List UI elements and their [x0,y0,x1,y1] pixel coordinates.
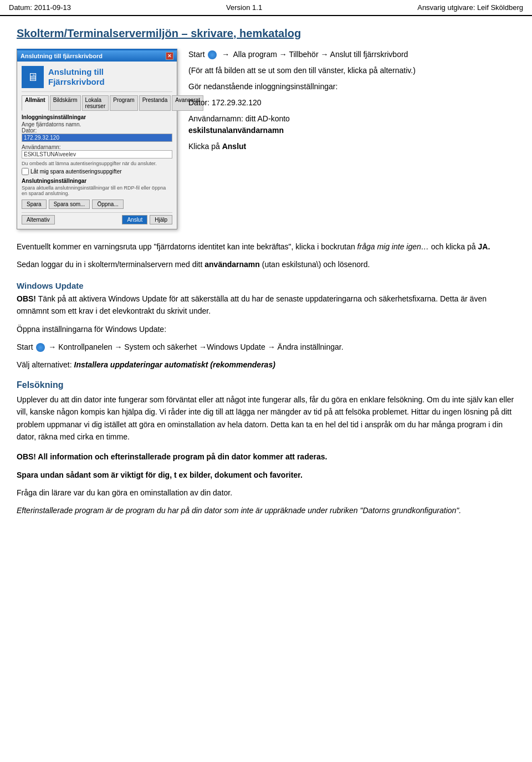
dialog-body: 🖥 Anslutning till Fjärrskrivbord Allmänt… [17,62,177,229]
page-header: Datum: 2011-09-13 Version 1.1 Ansvarig u… [0,0,532,16]
dator-label: Dator: [22,127,172,134]
login-paragraph: Sedan loggar du in i skolterm/terminalse… [17,258,515,270]
hjalp-button[interactable]: Hjälp [150,215,172,224]
save-creds-checkbox[interactable]: Låt mig spara autentiseringsuppgifter [22,168,172,175]
windows-update-heading: Windows Update [17,281,515,290]
choose-italic-bold: Installera uppdateringar automatiskt (re… [74,360,275,369]
windows-update-obs: OBS! Tänk på att aktivera Windows Update… [17,293,515,318]
choose-option-paragraph: Välj alternativet: Installera uppdaterin… [17,359,515,371]
connection-section-heading: Anslutningsinställningar [22,178,172,184]
instruction-path: Alla program → Tillbehör → Anslut till f… [233,50,408,59]
final-line1: Fråga din lärare var du kan göra en omin… [17,487,515,499]
felsok-section: Upplever du att din dator inte fungerar … [17,393,515,517]
connection-text: Spara aktuella anslutnningsinställningar… [22,185,172,196]
dialog-tabs: Allmänt Bildskärm Lokala resurser Progra… [22,95,172,111]
username-label: Användarnamn: [188,114,243,123]
username-instruction: Användarnamn: ditt AD-konto eskilstuna\a… [188,113,515,136]
user-field-group: Användarnamn: ESKILSTUNA\veelev [22,144,172,158]
dialog-close-button[interactable]: ✕ [166,52,173,60]
rdp-instructions: Start → Alla program → Tillbehör → Anslu… [188,49,515,157]
auth-hint: Du ombeds att lämna autentiseringsuppgif… [22,161,172,166]
warning-rest: , klicka i bockrutan [291,242,357,251]
dator-input[interactable]: 172.29.32.120 [22,134,172,142]
tab-program[interactable]: Program [110,95,137,111]
header-date: Datum: 2011-09-13 [9,3,71,12]
start-label: Start [188,50,205,59]
tab-allman[interactable]: Allmänt [22,95,49,111]
tab-lokala[interactable]: Lokala resurser [82,95,109,111]
felsok-heading: Felsökning [17,380,515,390]
dator-instruction: Dator: 172.29.32.120 [188,97,515,109]
save-buttons-row: Spara Spara som... Öppna... [22,200,172,209]
username-example: eskilstuna\användarnamn [188,126,284,135]
klicka-text: Klicka på [188,142,220,151]
tab-prestanda[interactable]: Prestanda [139,95,171,111]
alternativ-button[interactable]: Alternativ [22,215,55,224]
login-section-heading: Inloggningsinställningar [22,114,172,120]
username-value: ditt AD-konto [245,114,290,123]
start-instruction: Start → Alla program → Tillbehör → Anslu… [188,49,515,60]
header-author: Ansvarig utgivare: Leif Sköldberg [417,3,523,12]
dialog-heading-line2: Fjärrskrivbord [48,77,105,87]
klicka-bold: Anslut [222,142,247,151]
spara-som-button[interactable]: Spara som... [49,200,90,209]
save-creds-check[interactable] [22,168,29,175]
header-version: Version 1.1 [226,3,262,12]
warning-end: och klicka på [429,242,476,251]
felsok-para1: Upplever du att din dator inte fungerar … [17,393,515,443]
user-input[interactable]: ESKILSTUNA\veelev [22,150,172,158]
start-path-instruction: Start → Kontrollpanelen → System och säk… [17,341,515,353]
open-heading: Öppna inställningarna för Windows Update… [17,325,166,334]
windows-update-section: OBS! Tänk på att aktivera Windows Update… [17,293,515,371]
choose-text: Välj alternativet: [17,360,72,369]
globe-icon-wu [36,343,45,352]
obs-text: Tänk på att aktivera Windows Update för … [17,294,487,315]
main-content: Skolterm/Terminalservermiljön – skrivare… [0,16,532,539]
obs-bold-block: OBS! All information och efterinstallera… [17,451,515,481]
dialog-heading-line1: Anslutning till [48,67,105,77]
dialog-header: 🖥 Anslutning till Fjärrskrivbord [22,66,172,92]
rdp-section: Anslutning till fjärrskrivbord ✕ 🖥 Anslu… [17,49,515,229]
dialog-title-bar: Anslutning till fjärrskrivbord ✕ [17,50,177,62]
warning-italic: fråga mig inte igen… [357,242,429,251]
login-bold: användarnamn [204,260,260,269]
warning-text: Eventuellt kommer en varningsruta upp [17,242,154,251]
warning-quote: "fjärrdatorns identitet kan inte bekräft… [154,242,291,251]
save-creds-label: Låt mig spara autentiseringsuppgifter [30,168,122,175]
start-label-wu: Start [17,342,33,351]
tab-bildskarm[interactable]: Bildskärm [50,95,81,111]
warning-section: Eventuellt kommer en varningsruta upp "f… [17,241,515,271]
obs-bold-1: OBS! All information och efterinstallera… [17,451,515,463]
login-text-2: (utan eskilstuna\) och lösenord. [260,260,370,269]
rdp-dialog: Anslutning till fjärrskrivbord ✕ 🖥 Anslu… [17,49,177,229]
section1-title: Skolterm/Terminalservermiljön – skrivare… [17,27,515,40]
anslut-button[interactable]: Anslut [122,215,147,224]
wu-path: → Kontrollpanelen → System och säkerhet … [48,342,343,351]
obs-label: OBS! [17,294,36,303]
warning-paragraph: Eventuellt kommer en varningsruta upp "f… [17,241,515,253]
oppna-button[interactable]: Öppna... [92,200,123,209]
klicka-instruction: Klicka på Anslut [188,141,515,152]
open-settings-instruction: Öppna inställningarna för Windows Update… [17,323,515,335]
dialog-title-text: Anslutning till fjärrskrivbord [21,53,103,59]
final-italic1: Efterinstallerade program är de program … [17,504,515,516]
warning-ja: JA. [478,242,490,251]
spara-button[interactable]: Spara [22,200,47,209]
dialog-bottom-row: Alternativ Anslut Hjälp [22,212,172,224]
login-text-1: Sedan loggar du in i skolterm/terminalse… [17,260,204,269]
obs-bold-2: Spara undan sådant som är viktigt för di… [17,469,515,481]
instruction-paren: (För att få bilden att se ut som den til… [188,65,515,76]
field-hint-label: Ange fjärrdatorns namn. [22,121,172,127]
rdp-icon: 🖥 [22,66,44,88]
dator-field-group: Ange fjärrdatorns namn. Dator: 172.29.32… [22,121,172,142]
globe-icon [208,50,217,59]
user-label: Användarnamn: [22,144,172,150]
instruction-settings: Gör nedanstående inloggningsinställninga… [188,81,515,93]
